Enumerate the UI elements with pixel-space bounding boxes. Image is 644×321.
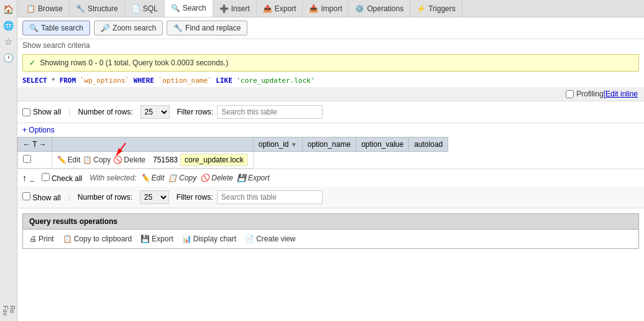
table-controls-top: Show all | Number of rows: 25 50 100 250… xyxy=(17,101,644,123)
sql-icon: 📄 xyxy=(131,4,140,13)
table-controls-bottom: Show all | Number of rows: 25 50 100 Fil… xyxy=(17,187,644,208)
show-search-criteria[interactable]: Show search criteria xyxy=(17,39,644,52)
nav-tab-sql[interactable]: 📄 SQL xyxy=(125,0,165,17)
copy-button[interactable]: 📋 Copy xyxy=(83,156,111,164)
sql-value: 'core_updater.lock' xyxy=(236,77,315,85)
up-arrow-icon: ↑ xyxy=(22,173,27,183)
check-all-label[interactable]: Check all xyxy=(42,173,83,183)
bottom-edit-button[interactable]: ✏️ Edit xyxy=(140,174,165,182)
clipboard-icon: 📋 xyxy=(63,235,72,243)
bottom-delete-button[interactable]: 🚫 Delete xyxy=(200,174,233,182)
import-icon: 📥 xyxy=(309,4,318,13)
query-results-body: 🖨 Print 📋 Copy to clipboard 💾 Export 📊 D… xyxy=(23,230,638,248)
edit-button[interactable]: ✏️ Edit xyxy=(57,156,81,164)
find-replace-icon: 🔧 xyxy=(173,24,183,32)
create-view-icon: 📄 xyxy=(245,235,254,243)
nav-tab-operations[interactable]: ⚙️ Operations xyxy=(349,0,410,17)
check-all-checkbox[interactable] xyxy=(42,173,50,181)
col-header-actions xyxy=(52,137,253,152)
triggers-icon: ⚡ xyxy=(416,4,426,13)
sub-tab-find-replace[interactable]: 🔧 Find and replace xyxy=(167,21,247,35)
sql-keyword-where: WHERE xyxy=(134,77,154,85)
nav-tab-export[interactable]: 📤 Export xyxy=(257,0,303,17)
operations-icon: ⚙️ xyxy=(355,4,364,13)
bottom-export-button[interactable]: 💾 Export xyxy=(237,174,270,182)
profiling-bar: Profiling [Edit inline xyxy=(17,87,644,101)
options-row[interactable]: + Options xyxy=(17,123,644,137)
bottom-export-icon: 💾 xyxy=(237,174,246,182)
show-all-checkbox-top[interactable] xyxy=(22,108,30,116)
zoom-search-icon: 🔎 xyxy=(101,24,110,32)
bottom-edit-icon: ✏️ xyxy=(140,174,150,182)
sidebar-home-icon[interactable]: 🏠 xyxy=(2,2,16,16)
sql-column-name: `option_name` xyxy=(159,77,212,85)
nav-tab-search[interactable]: 🔍 Search xyxy=(165,0,213,17)
bottom-line-icon: _ xyxy=(30,175,34,182)
profiling-checkbox[interactable] xyxy=(566,90,574,98)
sidebar-globe-icon[interactable]: 🌐 xyxy=(2,19,16,32)
rows-label-top: Number of rows: xyxy=(78,108,132,116)
browse-icon: 📋 xyxy=(26,4,35,13)
filter-rows-bottom: Filter rows: xyxy=(177,190,323,204)
query-results-section: Query results operations 🖨 Print 📋 Copy … xyxy=(22,213,639,249)
profiling-label[interactable]: Profiling xyxy=(566,90,603,98)
row-actions: ✏️ Edit 📋 Copy xyxy=(57,154,248,166)
data-table: ← T → option_id ▼ option_name xyxy=(17,137,448,169)
rows-select-bottom[interactable]: 25 50 100 xyxy=(140,190,169,204)
nav-tab-import[interactable]: 📥 Import xyxy=(303,0,349,17)
bottom-copy-icon: 📋 xyxy=(168,174,177,182)
query-results-header[interactable]: Query results operations xyxy=(23,214,638,230)
search-icon: 🔍 xyxy=(171,4,180,12)
nav-tab-triggers[interactable]: ⚡ Triggers xyxy=(410,0,462,17)
filter-rows-top: Filter rows: xyxy=(177,105,323,119)
with-selected-label: With selected: xyxy=(90,174,136,182)
data-table-wrapper: ← T → option_id ▼ option_name xyxy=(17,137,644,169)
structure-icon: 🔧 xyxy=(76,4,85,13)
sql-keyword-like: LIKE xyxy=(216,77,232,85)
filter-input-top[interactable] xyxy=(217,105,323,119)
row-actions-cell: ✏️ Edit 📋 Copy xyxy=(52,152,253,169)
show-all-label-bottom[interactable]: Show all xyxy=(22,192,61,202)
qr-display-chart-button[interactable]: 📊 Display chart xyxy=(182,235,236,243)
vsep2: | xyxy=(68,193,70,202)
copy-icon: 📋 xyxy=(83,156,92,164)
row-checkbox[interactable] xyxy=(23,155,31,163)
sort-arrow-option-id[interactable]: ▼ xyxy=(291,141,297,148)
qr-export-button[interactable]: 💾 Export xyxy=(140,235,173,243)
qr-print-button[interactable]: 🖨 Print xyxy=(29,235,54,243)
edit-inline-link[interactable]: [Edit inline xyxy=(604,90,638,98)
rows-label-bottom: Number of rows: xyxy=(78,193,132,202)
col-header-autoload[interactable]: autoload xyxy=(409,137,448,152)
sql-star: * xyxy=(51,77,59,85)
col-nav-right[interactable]: → xyxy=(39,140,47,149)
print-icon: 🖨 xyxy=(29,235,37,243)
with-selected-section: With selected: ✏️ Edit 📋 Copy 🚫 Delete 💾… xyxy=(90,174,269,182)
show-all-label-top[interactable]: Show all xyxy=(22,108,61,116)
sidebar-star-icon[interactable]: ☆ xyxy=(2,35,16,49)
sub-tab-zoom-search[interactable]: 🔎 Zoom search xyxy=(94,21,163,35)
rows-select-top[interactable]: 25 50 100 250 500 xyxy=(140,105,170,119)
col-header-option-id[interactable]: option_id ▼ xyxy=(253,137,302,152)
filter-rows-label-bottom: Filter rows: xyxy=(177,193,213,202)
delete-button[interactable]: 🚫 Delete xyxy=(113,156,145,164)
col-header-checkbox: ← T → xyxy=(18,137,52,152)
col-nav-left[interactable]: ← xyxy=(23,140,30,149)
col-header-option-name[interactable]: option_name xyxy=(302,137,356,152)
show-all-checkbox-bottom[interactable] xyxy=(22,192,30,200)
info-bar: ✓ Showing rows 0 - 0 (1 total, Query too… xyxy=(22,54,639,72)
sidebar-recent-icon[interactable]: 🕐 xyxy=(2,51,16,65)
nav-tab-browse[interactable]: 📋 Browse xyxy=(20,0,70,17)
col-header-option-value[interactable]: option_value xyxy=(356,137,409,152)
bottom-copy-button[interactable]: 📋 Copy xyxy=(168,174,196,182)
nav-tab-structure[interactable]: 🔧 Structure xyxy=(70,0,125,17)
qr-copy-clipboard-button[interactable]: 📋 Copy to clipboard xyxy=(63,235,132,243)
edit-icon: ✏️ xyxy=(57,156,67,164)
vsep1: | xyxy=(68,108,70,116)
nav-tab-insert[interactable]: ➕ Insert xyxy=(213,0,257,17)
row-option-id: 751583 xyxy=(153,156,178,164)
filter-input-bottom[interactable] xyxy=(217,190,323,204)
sidebar-label: ReFav xyxy=(2,305,16,316)
qr-create-view-button[interactable]: 📄 Create view xyxy=(245,235,295,243)
sub-tab-table-search[interactable]: 🔍 Table search xyxy=(22,21,90,35)
check-icon: ✓ xyxy=(29,58,35,67)
